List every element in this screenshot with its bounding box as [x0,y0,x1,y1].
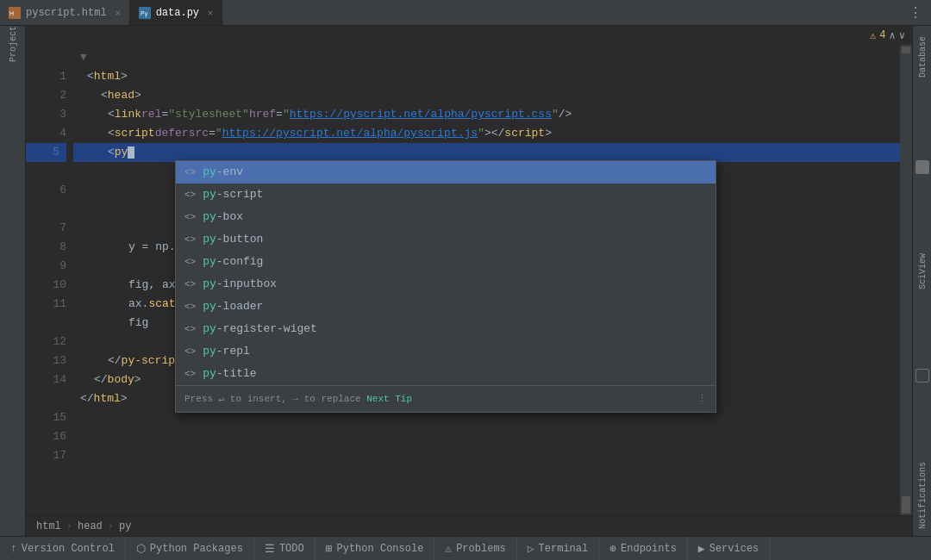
editor-container: ⚠ 4 ∧ ∨ 1 2 3 4 5 6 7 8 9 10 [26,26,912,536]
code-line-5: <py [73,143,900,162]
python-console-label: Python Console [337,543,424,555]
python-console-button[interactable]: ⊞ Python Console [316,537,435,560]
autocomplete-prefix-inputbox: py-inputbox [203,275,277,294]
breadcrumb-html[interactable]: html [36,520,61,532]
problems-icon: ⚠ [445,542,452,556]
todo-button[interactable]: ☰ TODO [254,537,316,560]
html-file-icon: H [9,7,21,19]
autocomplete-prefix-button: py-button [203,230,263,249]
warning-badge[interactable]: ⚠ 4 ∧ ∨ [870,29,905,42]
terminal-label: Terminal [539,543,589,555]
autocomplete-item-script[interactable]: <> py-script [176,184,715,206]
todo-icon: ☰ [265,542,275,556]
code-editor[interactable]: ▼ <html> <head> <link rel="stylesheet" h… [73,45,900,515]
autocomplete-prefix-config: py-config [203,252,263,271]
endpoints-button[interactable]: ⊕ Endpoints [599,537,688,560]
services-label: Services [709,543,759,555]
services-button[interactable]: ▶ Services [688,537,770,560]
problems-button[interactable]: ⚠ Problems [434,537,516,560]
database-icon [915,160,929,174]
editor-body: 1 2 3 4 5 6 7 8 9 10 11 12 13 14 15 16 [26,45,912,515]
breadcrumb-sep2: › [108,520,114,532]
code-line-fold: ▼ [73,48,900,67]
next-tip-link[interactable]: Next Tip [366,394,412,404]
tag-icon-env: <> [184,163,196,182]
tag-icon-script: <> [184,185,196,204]
autocomplete-item-box[interactable]: <> py-box [176,206,715,228]
autocomplete-prefix-register: py-register-wiget [203,320,317,339]
autocomplete-item-env[interactable]: <> py-env [176,161,715,184]
services-icon: ▶ [698,542,705,556]
problems-label: Problems [456,543,506,555]
status-bar: ↑ Version Control ⬡ Python Packages ☰ TO… [0,536,931,560]
py-file-icon: Py [139,7,151,19]
endpoints-label: Endpoints [621,543,677,555]
version-control-button[interactable]: ↑ Version Control [0,537,126,560]
code-line-4: <script defer src="https://pyscript.net/… [73,124,900,143]
autocomplete-dropdown: <> py-env <> py-script <> py-box <> py-b… [175,160,716,413]
tab-pyscript-label: pyscript.html [26,7,107,19]
tag-icon-inputbox: <> [184,275,196,294]
autocomplete-footer: Press ↵ to insert, → to replace Next Tip… [176,385,715,412]
warning-up-icon[interactable]: ∧ [890,29,896,42]
tab-close-data-py[interactable]: ✕ [208,8,213,18]
autocomplete-prefix-box: py-box [203,208,243,227]
python-packages-button[interactable]: ⬡ Python Packages [126,537,254,560]
tab-more-button[interactable]: ⋮ [900,4,931,22]
python-packages-label: Python Packages [150,543,243,555]
autocomplete-prefix-repl: py-repl [203,342,250,361]
tag-icon-loader: <> [184,297,196,316]
breadcrumb-head[interactable]: head [78,520,103,532]
terminal-button[interactable]: ▷ Terminal [517,537,599,560]
svg-text:H: H [9,10,14,16]
tag-icon-box: <> [184,208,196,227]
autocomplete-item-repl[interactable]: <> py-repl [176,340,715,363]
right-sidebar: Database SciView Notifications [912,26,931,536]
main-area: Project ⚠ 4 ∧ ∨ 1 2 3 4 5 6 [0,26,931,536]
breadcrumb-sep1: › [66,520,72,532]
terminal-icon: ▷ [528,542,534,556]
version-control-icon: ↑ [10,542,17,555]
warning-icon: ⚠ [870,29,876,42]
line-gutter: 1 2 3 4 5 6 7 8 9 10 11 12 13 14 15 16 [26,45,73,515]
autocomplete-prefix-title: py-title [203,364,256,383]
sciview-icon [915,369,929,383]
sciview-panel-label[interactable]: SciView [914,246,931,296]
autocomplete-item-inputbox[interactable]: <> py-inputbox [176,273,715,296]
code-line-3: <link rel="stylesheet" href="https://pys… [73,105,900,124]
autocomplete-prefix-loader: py-loader [203,297,263,316]
breadcrumb: html › head › py [26,515,912,536]
python-console-icon: ⊞ [326,542,333,556]
python-packages-icon: ⬡ [136,542,146,556]
tab-pyscript-html[interactable]: H pyscript.html ✕ [0,0,130,25]
autocomplete-item-config[interactable]: <> py-config [176,251,715,273]
notifications-panel-label[interactable]: Notifications [914,455,931,536]
endpoints-icon: ⊕ [609,542,616,556]
tag-icon-register: <> [184,320,196,339]
autocomplete-hint: Press ↵ to insert, → to replace Next Tip [184,389,412,408]
tag-icon-title: <> [184,364,196,383]
tag-icon-repl: <> [184,342,196,361]
tag-icon-button: <> [184,230,196,249]
autocomplete-item-register[interactable]: <> py-register-wiget [176,318,715,340]
svg-text:Py: Py [141,10,148,17]
tab-close-pyscript[interactable]: ✕ [116,8,121,18]
editor-scrollbar[interactable] [900,45,912,515]
tag-icon-config: <> [184,252,196,271]
code-line-2: <head> [73,86,900,105]
left-sidebar: Project [0,26,26,536]
todo-label: TODO [279,543,304,555]
warning-down-icon[interactable]: ∨ [899,29,905,42]
autocomplete-item-title[interactable]: <> py-title [176,363,715,385]
tab-bar: H pyscript.html ✕ Py data.py ✕ ⋮ [0,0,931,26]
tab-data-py[interactable]: Py data.py ✕ [130,0,222,25]
autocomplete-more-icon[interactable]: ⋮ [697,389,707,408]
autocomplete-item-button[interactable]: <> py-button [176,228,715,251]
autocomplete-prefix-env: py-env [203,163,243,182]
version-control-label: Version Control [22,543,115,555]
breadcrumb-py[interactable]: py [119,520,131,532]
database-panel-label[interactable]: Database [914,26,931,88]
editor-toolbar: ⚠ 4 ∧ ∨ [26,26,912,45]
autocomplete-item-loader[interactable]: <> py-loader [176,296,715,318]
project-icon[interactable]: Project [2,33,24,55]
